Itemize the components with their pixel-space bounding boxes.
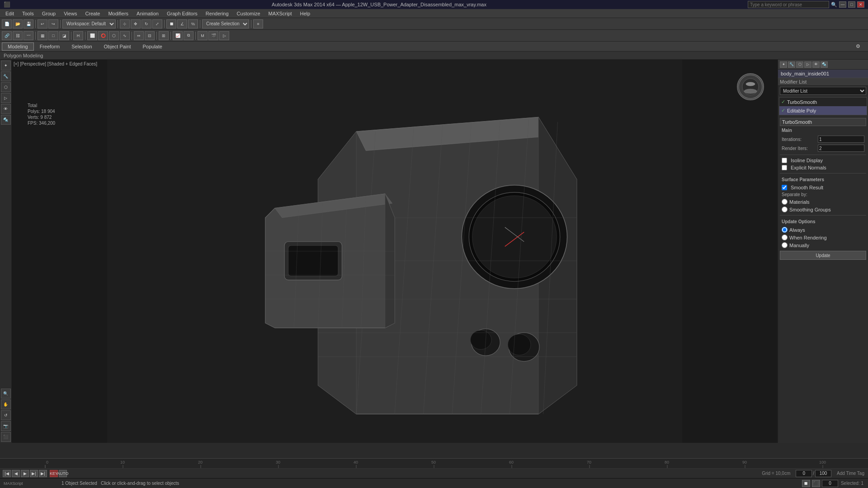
schematic-btn[interactable]: ⧉	[184, 31, 193, 40]
modifier-turbosmooth[interactable]: ✓ TurboSmooth	[779, 98, 867, 106]
maximize-button[interactable]: □	[848, 1, 855, 8]
link-btn[interactable]: 🔗	[2, 31, 12, 40]
move-btn[interactable]: ✥	[131, 19, 141, 28]
keyword-search[interactable]	[748, 1, 829, 8]
named-sets-btn[interactable]: ≡	[253, 19, 263, 28]
rect-select-btn[interactable]: ⬜	[87, 31, 97, 40]
layer-mgr-btn[interactable]: ⊞	[159, 31, 169, 40]
lt-pan[interactable]: ✋	[1, 399, 11, 409]
tab-selection[interactable]: Selection	[66, 42, 98, 51]
menu-group[interactable]: Group	[38, 10, 60, 17]
lt-motion[interactable]: ▷	[1, 93, 11, 103]
menu-animation[interactable]: Animation	[133, 10, 162, 17]
turbosmooth-title[interactable]: TurboSmooth	[780, 118, 866, 126]
render-btn[interactable]: ▷	[219, 31, 229, 40]
rp-modify-icon[interactable]: 🔧	[788, 61, 795, 68]
snap-3d-btn[interactable]: 🔲	[802, 480, 810, 487]
select-invert-btn[interactable]: ◪	[59, 31, 69, 40]
select-by-name-btn[interactable]: H	[73, 31, 83, 40]
workspace-dropdown[interactable]: Workspace: Default	[62, 19, 116, 28]
when-rendering-radio[interactable]	[782, 235, 788, 240]
menu-tools[interactable]: Tools	[19, 10, 38, 17]
always-radio[interactable]	[782, 227, 788, 233]
menu-views[interactable]: Views	[60, 10, 80, 17]
tab-populate[interactable]: Populate	[137, 42, 168, 51]
circle-select-btn[interactable]: ⭕	[98, 31, 108, 40]
close-button[interactable]: ✕	[857, 1, 864, 8]
menu-edit[interactable]: Edit	[2, 10, 18, 17]
lasso-select-btn[interactable]: ∿	[120, 31, 130, 40]
tab-freeform[interactable]: Freeform	[34, 42, 66, 51]
rp-motion-icon[interactable]: ▷	[804, 61, 811, 68]
search-icon[interactable]: 🔍	[831, 2, 837, 8]
go-end-btn[interactable]: ▶|	[39, 470, 47, 477]
auto-key-btn[interactable]: AUTO	[59, 470, 67, 477]
tab-object-paint[interactable]: Object Paint	[98, 42, 137, 51]
add-time-tag-btn[interactable]: Add Time Tag	[833, 471, 868, 476]
select-all-btn[interactable]: ▦	[38, 31, 47, 40]
viewport[interactable]: [+] [Perspective] [Shaded + Edged Faces]…	[12, 60, 778, 443]
snap-btn[interactable]: 🔲	[166, 19, 176, 28]
menu-rendering[interactable]: Rendering	[202, 10, 232, 17]
lt-create[interactable]: ✦	[1, 61, 11, 70]
update-button[interactable]: Update	[780, 251, 866, 260]
iterations-input[interactable]	[818, 136, 864, 143]
play-btn[interactable]: ▶	[21, 470, 29, 477]
explicit-normals-checkbox[interactable]	[782, 165, 787, 170]
rotate-btn[interactable]: ↻	[142, 19, 151, 28]
menu-help[interactable]: Help	[297, 10, 314, 17]
smoothing-groups-radio[interactable]	[782, 206, 788, 212]
lt-orbit[interactable]: ↺	[1, 410, 11, 420]
unlink-btn[interactable]: ⛓	[13, 31, 23, 40]
rp-display-icon[interactable]: 👁	[812, 61, 820, 68]
smooth-result-checkbox[interactable]	[782, 185, 787, 190]
modifier-editablepoly[interactable]: ✓ Editable Poly	[779, 106, 867, 115]
prev-frame-btn[interactable]: ◀	[12, 470, 20, 477]
materials-radio[interactable]	[782, 199, 788, 205]
minimize-button[interactable]: —	[839, 1, 846, 8]
lt-zoom[interactable]: 🔍	[1, 389, 11, 399]
tab-options[interactable]: ⚙	[850, 42, 866, 51]
rp-create-icon[interactable]: ✦	[780, 61, 787, 68]
select-btn[interactable]: ⊹	[120, 19, 130, 28]
curve-editor-btn[interactable]: 📈	[173, 31, 183, 40]
go-start-btn[interactable]: |◀	[3, 470, 11, 477]
lt-modify[interactable]: 🔧	[1, 71, 11, 81]
scale-btn[interactable]: ⤢	[152, 19, 162, 28]
bind-space-warp[interactable]: 〰	[24, 31, 33, 40]
menu-modifiers[interactable]: Modifiers	[104, 10, 132, 17]
status-frame-input[interactable]	[822, 480, 838, 487]
render-setup-btn[interactable]: 🎬	[208, 31, 218, 40]
modifier-list-dropdown[interactable]: Modifier List	[780, 87, 866, 95]
selection-filter-dropdown[interactable]: Create Selection	[202, 19, 249, 28]
next-frame-btn[interactable]: ▶|	[30, 470, 38, 477]
menu-customize[interactable]: Customize	[233, 10, 264, 17]
rp-hierarchy-icon[interactable]: ⬡	[796, 61, 803, 68]
lt-display[interactable]: 👁	[1, 104, 11, 114]
menu-maxscript[interactable]: MAXScript	[265, 10, 296, 17]
select-none-btn[interactable]: □	[48, 31, 58, 40]
lt-maximize[interactable]: ⬛	[1, 432, 11, 442]
redo-btn[interactable]: ↪	[48, 19, 58, 28]
tab-modeling[interactable]: Modeling	[2, 42, 34, 51]
mirror-btn[interactable]: ⇔	[134, 31, 144, 40]
manually-radio[interactable]	[782, 242, 788, 248]
percent-snap-btn[interactable]: %	[188, 19, 198, 28]
lt-utilities[interactable]: 🔩	[1, 115, 11, 125]
isoline-checkbox[interactable]	[782, 158, 787, 163]
open-btn[interactable]: 📂	[13, 19, 23, 28]
timeline-ruler[interactable]: 0 10 20 30 40 50 60 70 80 90 1	[0, 459, 868, 468]
align-btn[interactable]: ⊟	[145, 31, 155, 40]
total-frames-input[interactable]	[815, 470, 831, 477]
new-btn[interactable]: 📄	[2, 19, 12, 28]
menu-create[interactable]: Create	[81, 10, 104, 17]
lt-hierarchy[interactable]: ⬡	[1, 82, 11, 92]
save-btn[interactable]: 💾	[24, 19, 33, 28]
current-frame-input[interactable]	[796, 470, 812, 477]
undo-btn[interactable]: ↩	[38, 19, 47, 28]
material-editor-btn[interactable]: M	[198, 31, 208, 40]
render-iters-input[interactable]	[818, 145, 864, 152]
rp-utilities-icon[interactable]: 🔩	[821, 61, 828, 68]
fence-select-btn[interactable]: ⬡	[109, 31, 119, 40]
set-key-btn[interactable]: KEY	[50, 470, 58, 477]
